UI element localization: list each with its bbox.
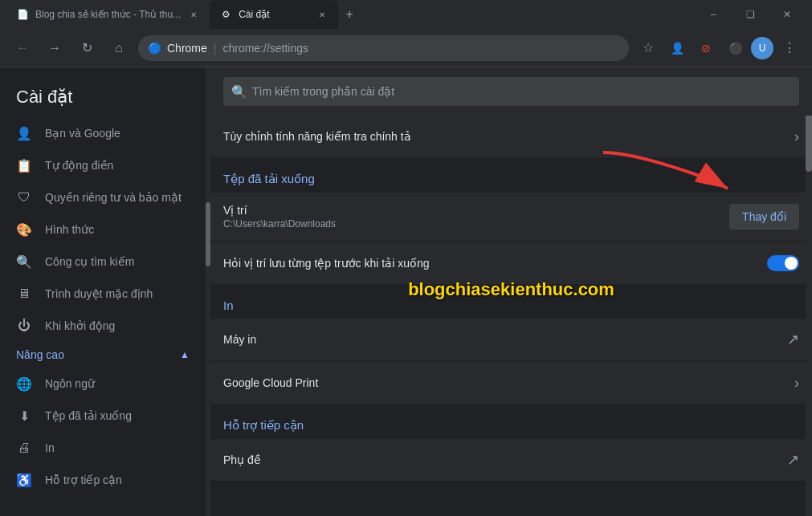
content-area[interactable]: 🔍 Tùy chỉnh tính năng kiểm tra chính tả … [210, 67, 812, 516]
sidebar-item-trinh-duyet[interactable]: 🖥 Trình duyệt mặc định [0, 278, 199, 310]
location-value: C:\Users\karra\Downloads [223, 218, 729, 230]
spell-check-chevron: › [794, 128, 799, 145]
cloud-print-label: Google Cloud Print [223, 376, 794, 389]
settings-tab-close[interactable]: ✕ [316, 8, 328, 21]
cloud-print-right: › [794, 375, 799, 392]
person-icon: 👤 [16, 125, 32, 141]
location-setting-item: Vị trí C:\Users\karra\Downloads Thay đổi [210, 193, 812, 241]
account-icon-3[interactable]: ⚫ [722, 35, 748, 61]
blog-tab-close[interactable]: ✕ [187, 8, 200, 21]
privacy-icon: 🛡 [16, 189, 32, 205]
ask-download-toggle[interactable] [767, 255, 799, 271]
sidebar-item-ban-va-google[interactable]: 👤 Bạn và Google [0, 117, 199, 149]
accessibility-icon: ♿ [16, 472, 32, 488]
browser-frame: 📄 Blog chia sẻ kiến thức - Thủ thu... ✕ … [0, 0, 812, 516]
tab-settings[interactable]: ⚙ Cài đặt ✕ [210, 0, 338, 29]
sidebar-item-in[interactable]: 🖨 In [0, 432, 199, 464]
maximize-button[interactable]: ❑ [732, 0, 769, 29]
home-button[interactable]: ⌂ [106, 35, 132, 61]
back-button[interactable]: ← [10, 35, 35, 61]
subtitle-right: ↗ [787, 451, 799, 469]
profile-avatar[interactable]: U [751, 37, 773, 59]
printer-external-icon: ↗ [787, 331, 799, 348]
spell-check-item[interactable]: Tùy chỉnh tính năng kiểm tra chính tả › [210, 116, 812, 157]
sidebar-label-ban-va-google: Bạn và Google [45, 127, 120, 140]
language-icon: 🌐 [16, 376, 32, 392]
ask-download-left: Hỏi vị trí lưu từng tệp trước khi tải xu… [223, 257, 767, 270]
tab-blog[interactable]: 📄 Blog chia sẻ kiến thức - Thủ thu... ✕ [6, 0, 210, 29]
spell-check-right: › [794, 128, 799, 145]
address-bar[interactable]: 🔵 Chrome | chrome://settings [138, 35, 629, 61]
autofill-icon: 📋 [16, 157, 32, 173]
close-button[interactable]: ✕ [769, 0, 806, 29]
cloud-print-chevron: › [794, 375, 799, 392]
reload-button[interactable]: ↻ [74, 35, 100, 61]
search-icon: 🔍 [16, 254, 32, 270]
sidebar-label-in: In [45, 441, 55, 454]
window-controls: – ❑ ✕ [695, 0, 806, 29]
cloud-print-item[interactable]: Google Cloud Print › [210, 362, 812, 404]
search-icon-inner: 🔍 [231, 84, 247, 100]
account-icon-2[interactable]: ⊘ [693, 35, 719, 61]
sidebar-item-khi-khoi-dong[interactable]: ⏻ Khi khởi động [0, 310, 199, 342]
sidebar-label-cong-cu: Công cụ tìm kiếm [45, 255, 134, 268]
account-icon-1[interactable]: 👤 [664, 35, 690, 61]
main-area: Cài đặt 👤 Bạn và Google 📋 Tự động điền 🛡… [0, 67, 812, 516]
nav-bar: ← → ↻ ⌂ 🔵 Chrome | chrome://settings ☆ 👤… [0, 29, 812, 67]
cloud-print-left: Google Cloud Print [223, 376, 794, 389]
sidebar-item-tep-da-tai-xuong[interactable]: ⬇ Tệp đã tải xuống [0, 400, 199, 432]
subtitle-item[interactable]: Phụ đề ↗ [210, 439, 812, 481]
address-browser-name: Chrome [167, 42, 207, 55]
location-left: Vị trí C:\Users\karra\Downloads [223, 204, 729, 230]
blog-tab-title: Blog chia sẻ kiến thức - Thủ thu... [35, 9, 181, 20]
download-section-heading: Tệp đã tải xuống [210, 159, 812, 193]
address-separator: | [214, 42, 217, 55]
settings-tab-title: Cài đặt [239, 9, 309, 20]
sidebar-label-tu-dong-dien: Tự động điền [45, 159, 113, 172]
location-label: Vị trí [223, 204, 729, 217]
browser-icon: 🖥 [16, 286, 32, 302]
new-tab-button[interactable]: + [338, 3, 361, 26]
minimize-button[interactable]: – [695, 0, 732, 29]
menu-button[interactable]: ⋮ [777, 35, 802, 61]
toggle-knob [785, 257, 798, 270]
sidebar-title: Cài đặt [0, 74, 206, 117]
title-bar: 📄 Blog chia sẻ kiến thức - Thủ thu... ✕ … [0, 0, 812, 29]
advanced-section-label: Nâng cao [16, 348, 64, 361]
sidebar-label-trinh-duyet: Trình duyệt mặc định [45, 287, 153, 300]
ask-download-item: Hỏi vị trí lưu từng tệp trước khi tải xu… [210, 242, 812, 284]
accessibility-section-heading: Hỗ trợ tiếp cận [210, 405, 812, 439]
sidebar-label-hinh-thuc: Hình thức [45, 223, 94, 236]
spell-check-left: Tùy chỉnh tính năng kiểm tra chính tả [223, 130, 794, 143]
subtitle-external-icon: ↗ [787, 451, 799, 469]
sidebar-label-quyen-rieng-tu: Quyền riêng tư và bảo mật [45, 191, 182, 204]
search-input[interactable] [223, 77, 799, 106]
subtitle-left: Phụ đề [223, 453, 787, 466]
forward-button[interactable]: → [42, 35, 67, 61]
location-right: Thay đổi [729, 204, 799, 230]
print-section-heading: In [210, 286, 812, 319]
sidebar-item-tu-dong-dien[interactable]: 📋 Tự động điền [0, 149, 199, 181]
printer-item[interactable]: Máy in ↗ [210, 319, 812, 360]
printer-right: ↗ [787, 331, 799, 348]
sidebar-item-hinh-thuc[interactable]: 🎨 Hình thức [0, 213, 199, 246]
printer-left: Máy in [223, 333, 787, 346]
startup-icon: ⏻ [16, 318, 32, 334]
sidebar-item-quyen-rieng-tu[interactable]: 🛡 Quyền riêng tư và bảo mật [0, 181, 199, 213]
spell-check-label: Tùy chỉnh tính năng kiểm tra chính tả [223, 130, 794, 143]
bookmark-button[interactable]: ☆ [635, 35, 661, 61]
advanced-section-header[interactable]: Nâng cao ▲ [0, 342, 206, 368]
sidebar-item-cong-cu-tim-kiem[interactable]: 🔍 Công cụ tìm kiếm [0, 246, 199, 278]
appearance-icon: 🎨 [16, 221, 32, 238]
settings-content: Tùy chỉnh tính năng kiểm tra chính tả › … [210, 116, 812, 481]
advanced-collapse-icon: ▲ [180, 349, 190, 360]
settings-tab-favicon: ⚙ [219, 8, 232, 21]
download-icon: ⬇ [16, 408, 32, 424]
sidebar-label-ngon-ngu: Ngôn ngữ [45, 377, 95, 390]
sidebar-item-ho-tro-tiep-can[interactable]: ♿ Hỗ trợ tiếp cận [0, 464, 199, 496]
sidebar-label-khi-khoi-dong: Khi khởi động [45, 319, 115, 332]
ask-download-right[interactable] [767, 255, 799, 271]
change-location-button[interactable]: Thay đổi [729, 204, 799, 230]
content-scrollbar-track [806, 67, 812, 516]
sidebar-item-ngon-ngu[interactable]: 🌐 Ngôn ngữ [0, 368, 199, 400]
